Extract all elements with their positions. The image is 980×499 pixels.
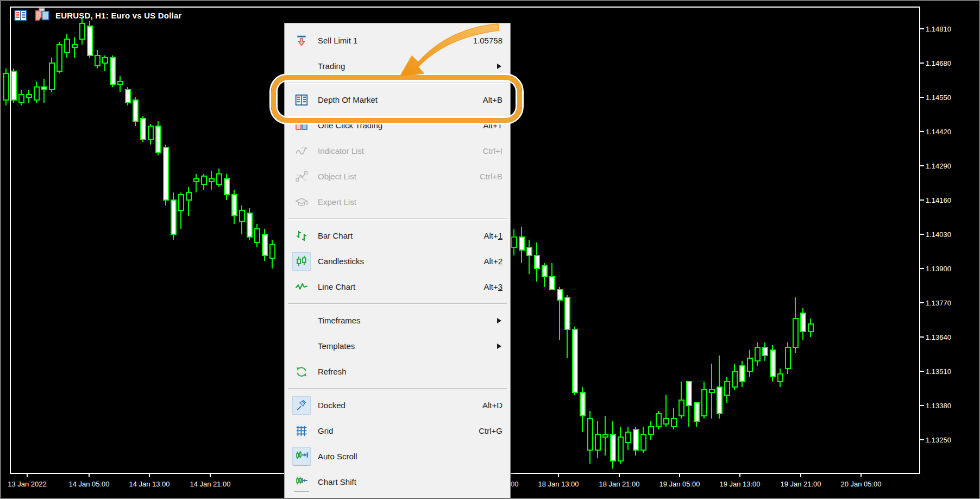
menu-item-label: Depth Of Market (318, 95, 478, 104)
menu-item-timeframes[interactable]: Timeframes (285, 308, 510, 333)
menu-item-label: Expert List (318, 197, 502, 207)
candle (519, 227, 524, 264)
price-axis-label: 1.14420 (926, 128, 951, 136)
no-icon (292, 337, 311, 355)
candle (110, 55, 115, 87)
candle (671, 408, 676, 429)
menu-item-candlesticks[interactable]: CandlesticksAlt+2 (285, 248, 510, 274)
candle (209, 171, 214, 190)
menu-item-label: Indicator List (318, 146, 478, 155)
price-axis-tick (920, 97, 924, 98)
price-axis-tick (920, 234, 924, 235)
candle (27, 90, 32, 103)
time-axis-tick (619, 474, 620, 477)
candle (255, 224, 260, 248)
time-axis-label: 14 Jan 05:00 (68, 480, 109, 488)
menu-item-label: Chart Shift (318, 477, 502, 486)
candle (65, 34, 70, 58)
candle (512, 229, 517, 255)
candle (133, 97, 138, 126)
no-icon (292, 311, 311, 330)
price-axis-label: 1.13380 (926, 402, 951, 410)
menu-item-label: Candlesticks (318, 257, 478, 266)
menu-item-grid[interactable]: GridCtrl+G (285, 418, 510, 444)
candle (786, 342, 790, 374)
candle (125, 87, 130, 105)
candle (535, 242, 539, 282)
menu-item-templates[interactable]: Templates (285, 333, 510, 359)
time-axis-label: 14 Jan 21:00 (190, 480, 230, 488)
menu-item-chart-shift[interactable]: Chart Shift (285, 469, 510, 495)
menu-item-object-list[interactable]: Object ListCtrl+B (285, 164, 510, 189)
auto-scroll-icon (292, 447, 311, 466)
candle (103, 55, 108, 71)
menu-item-label: Object List (318, 172, 474, 181)
depth-of-market-corner-icon[interactable] (13, 9, 28, 22)
menu-item-expert-list[interactable]: Expert List (285, 189, 510, 215)
menu-item-value: 1.05758 (473, 36, 502, 45)
candle (80, 18, 85, 45)
menu-item-docked[interactable]: DockedAlt+D (285, 392, 510, 418)
candle (808, 319, 813, 337)
bar-chart-icon (292, 227, 311, 245)
candle (247, 208, 252, 240)
candle (118, 76, 123, 92)
time-axis-tick (27, 474, 28, 477)
menu-item-shortcut: Ctrl+G (479, 426, 502, 435)
candle (641, 427, 646, 453)
price-axis-label: 1.13640 (926, 333, 951, 341)
docked-icon (292, 396, 311, 415)
menu-separator (288, 384, 507, 392)
menu-item-refresh[interactable]: Refresh (285, 359, 510, 384)
candle (573, 327, 577, 395)
menu-item-depth-of-market[interactable]: Depth Of MarketAlt+B (285, 87, 510, 113)
refresh-icon (292, 363, 311, 381)
menu-item-shortcut: Alt+B (483, 95, 502, 104)
candle (702, 382, 707, 419)
time-axis-tick (149, 474, 150, 477)
candlesticks-icon (292, 252, 311, 271)
price-axis-label: 1.14550 (926, 93, 951, 102)
menu-item-bar-chart[interactable]: Bar ChartAlt+1 (285, 223, 510, 248)
dom-icon (292, 91, 311, 109)
price-axis-tick (920, 199, 924, 201)
candle (34, 82, 39, 103)
price-axis-tick (920, 336, 924, 338)
candle (801, 308, 806, 340)
candle (603, 416, 608, 456)
line-chart-icon (292, 278, 311, 296)
menu-item-line-chart[interactable]: Line ChartAlt+3 (285, 274, 510, 300)
candle (595, 421, 600, 458)
submenu-arrow-icon (497, 318, 501, 323)
candle (717, 355, 722, 419)
candle (694, 403, 699, 427)
candle (649, 421, 654, 440)
candle (95, 50, 100, 68)
candle (664, 395, 669, 427)
menu-item-trading[interactable]: Trading (285, 53, 510, 79)
candle (186, 187, 191, 216)
menu-item-auto-scroll[interactable]: Auto Scroll (285, 444, 510, 469)
price-axis-label: 1.13510 (926, 367, 951, 376)
menu-item-indicator-list[interactable]: Indicator ListCtrl+I (285, 138, 510, 164)
price-axis-label: 1.14160 (926, 196, 951, 204)
time-axis-label: 19 Jan 05:00 (659, 480, 700, 488)
price-axis-tick (920, 439, 924, 440)
menu-item-label: Templates (318, 341, 502, 351)
time-axis-tick (89, 474, 90, 477)
submenu-arrow-icon (497, 64, 501, 69)
menu-separator (288, 79, 507, 87)
time-axis-tick (558, 474, 559, 477)
candle (194, 174, 199, 192)
menu-item-sell-limit-1[interactable]: Sell Limit 11.05758 (285, 28, 510, 53)
menu-item-label: Refresh (318, 367, 502, 376)
menu-separator (288, 300, 507, 308)
expert-list-icon (292, 193, 311, 211)
candle (156, 121, 161, 155)
menu-item-label: Docked (318, 401, 477, 410)
menu-item-one-click-trading[interactable]: One Click TradingAlt+T (285, 113, 510, 138)
time-axis-tick (860, 474, 862, 477)
time-axis-tick (210, 474, 211, 477)
indicator-list-icon (292, 142, 311, 160)
one-click-trading-corner-icon[interactable] (34, 7, 51, 23)
